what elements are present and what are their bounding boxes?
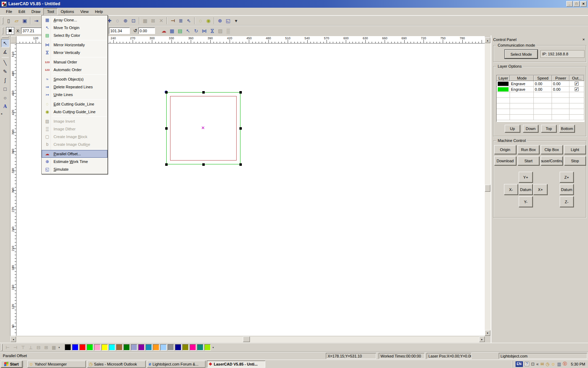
menu-item-select-by-color[interactable]: ▤Select By Color bbox=[42, 32, 107, 39]
palette-color-3[interactable] bbox=[87, 344, 93, 350]
parallel-offset-icon[interactable]: ☁ bbox=[160, 27, 168, 35]
minimize-button[interactable]: _ bbox=[566, 1, 573, 7]
import-icon[interactable]: ⇥ bbox=[32, 17, 40, 25]
palette-color-15[interactable] bbox=[175, 344, 181, 350]
palette-more-icon[interactable]: ▾ bbox=[212, 346, 214, 349]
jog-y-minus-button[interactable]: Y- bbox=[519, 196, 533, 207]
palette-color-13[interactable] bbox=[160, 344, 167, 350]
column-header[interactable]: Out... bbox=[569, 75, 584, 81]
jog-z-plus-button[interactable]: Z+ bbox=[560, 172, 574, 183]
palette-color-0[interactable] bbox=[65, 344, 71, 350]
zoom-in-icon[interactable]: ⊕ bbox=[121, 17, 130, 25]
mirror-vertical-icon[interactable]: ⋈ bbox=[208, 27, 216, 35]
scroll-down-icon[interactable]: ▾ bbox=[485, 330, 490, 336]
layer-output-cell[interactable]: ✓ bbox=[569, 81, 584, 87]
menu-item-array-clone[interactable]: ▦Array Clone... bbox=[42, 16, 107, 24]
menu-item-simulate[interactable]: ◱Simulate bbox=[42, 165, 107, 173]
palette-color-19[interactable] bbox=[204, 344, 211, 350]
simulate-icon[interactable]: ◱ bbox=[224, 17, 232, 25]
layer-speed[interactable]: 0.00 bbox=[534, 81, 552, 87]
selection-handle[interactable] bbox=[202, 163, 205, 166]
selection-handle[interactable] bbox=[239, 91, 242, 94]
task-browser[interactable]: eLightobject.com Forum &... bbox=[147, 361, 205, 368]
menu-item-mirror-horizontally[interactable]: ⋈Mirror Horizontally bbox=[42, 41, 107, 49]
help-tray-icon[interactable]: ? bbox=[525, 362, 530, 366]
vertical-scroll-thumb[interactable] bbox=[485, 185, 490, 192]
display-tray-icon[interactable]: ▥ bbox=[557, 362, 561, 367]
jog-datum-z-button[interactable]: Datum bbox=[560, 184, 574, 195]
jog-datum-xy-button[interactable]: Datum bbox=[519, 184, 533, 195]
palette-color-14[interactable] bbox=[168, 344, 174, 350]
task-yahoo-messenger[interactable]: ☺Yahoo! Messenger bbox=[27, 361, 86, 368]
light-button[interactable]: Light bbox=[564, 145, 586, 154]
messenger-tray-icon[interactable]: ☺ bbox=[551, 362, 555, 367]
array-clone-icon[interactable]: ▦ bbox=[168, 27, 176, 35]
horizontal-scrollbar[interactable]: ◂ ▸ bbox=[10, 336, 485, 342]
run-box-button[interactable]: Run Box bbox=[518, 145, 540, 154]
menu-item-manual-order[interactable]: 123Manual Order bbox=[42, 58, 107, 66]
antivirus-tray-icon[interactable]: Ⓥ bbox=[563, 361, 567, 367]
palette-color-6[interactable] bbox=[109, 344, 115, 350]
start-button[interactable]: Start bbox=[518, 156, 540, 165]
zoom-page-icon[interactable]: ⊡ bbox=[130, 17, 138, 25]
menu-options[interactable]: Options bbox=[58, 8, 77, 15]
rectangle-tool[interactable]: □ bbox=[1, 85, 9, 93]
mail-tray-icon[interactable]: ✉ bbox=[540, 362, 544, 367]
estimate-work-time-icon[interactable]: ⊕ bbox=[216, 17, 224, 25]
start-button[interactable]: Start bbox=[1, 361, 22, 368]
clock-tray-icon[interactable]: ◷ bbox=[546, 362, 549, 367]
menu-item-automatic-order[interactable]: 123Automatic Order bbox=[42, 66, 107, 74]
toolbar-collapse-icon[interactable]: ◂ bbox=[1, 112, 9, 115]
select-tool[interactable]: ↖ bbox=[1, 39, 9, 47]
restore-tray-icon[interactable]: ⊡ bbox=[531, 362, 534, 367]
menu-item-move-to-origin[interactable]: ↖Move To Origin bbox=[42, 24, 107, 32]
output-checkbox[interactable]: ✓ bbox=[575, 87, 579, 91]
column-header[interactable]: Speed bbox=[534, 75, 552, 81]
collapse-tray-icon[interactable]: « bbox=[536, 362, 539, 367]
menu-item-estimate-work-time[interactable]: ⊕Estimate Work Time bbox=[42, 158, 107, 165]
line-tool[interactable]: ╲ bbox=[1, 59, 9, 67]
toolbar-grip[interactable] bbox=[2, 36, 9, 38]
jog-x-minus-button[interactable]: X- bbox=[504, 184, 518, 195]
move-to-origin-icon[interactable]: ↖ bbox=[184, 27, 192, 35]
menu-draw[interactable]: Draw bbox=[28, 8, 44, 15]
order-list-icon[interactable]: ≣ bbox=[177, 17, 185, 25]
layer-down-button[interactable]: Down bbox=[523, 125, 538, 132]
zoom-window-icon[interactable]: ◌ bbox=[113, 17, 121, 25]
control-panel-close-icon[interactable]: ✕ bbox=[581, 37, 586, 42]
layer-bottom-button[interactable]: Bottom bbox=[559, 125, 575, 132]
selection-handle[interactable] bbox=[239, 127, 242, 130]
layer-row[interactable]: Engrave0.000.00✓ bbox=[497, 87, 584, 92]
save-icon[interactable]: ▣ bbox=[21, 17, 29, 25]
palette-color-10[interactable] bbox=[138, 344, 145, 350]
clip-box-button[interactable]: Clip Box bbox=[541, 145, 563, 154]
layer-speed[interactable]: 0.00 bbox=[534, 87, 552, 92]
menu-item-unite-lines[interactable]: ↣Unite Lines bbox=[42, 91, 107, 98]
angle-input[interactable] bbox=[138, 27, 155, 34]
menu-edit[interactable]: Edit bbox=[15, 8, 28, 15]
palette-color-17[interactable] bbox=[190, 344, 196, 350]
new-document-icon[interactable]: ▯ bbox=[5, 17, 13, 25]
select-mode-button[interactable]: Select Mode bbox=[505, 50, 538, 59]
origin-button[interactable]: Origin bbox=[494, 145, 516, 154]
column-header[interactable]: Mode bbox=[510, 75, 534, 81]
pen-tool[interactable]: ✎ bbox=[1, 67, 9, 76]
jog-x-plus-button[interactable]: X+ bbox=[533, 184, 547, 195]
tool-hammer-icon[interactable]: T bbox=[169, 16, 177, 25]
task-lasercad[interactable]: ❖LaserCAD V5.85 - Unti... bbox=[207, 361, 265, 368]
jog-y-plus-button[interactable]: Y+ bbox=[519, 172, 533, 183]
scroll-left-icon[interactable]: ◂ bbox=[10, 336, 16, 342]
mirror-horizontal-icon[interactable]: ⋈ bbox=[200, 27, 208, 35]
layer-table[interactable]: LayerModeSpeedPowerOut...Engrave0.000.00… bbox=[496, 75, 584, 122]
layer-mode[interactable]: Engrave bbox=[510, 87, 534, 92]
palette-color-9[interactable] bbox=[131, 344, 137, 350]
bezier-tool[interactable]: ʃ bbox=[1, 76, 9, 84]
language-indicator[interactable]: EN bbox=[516, 361, 523, 367]
node-edit-tool[interactable]: ∡ bbox=[1, 48, 9, 56]
layer-color-swatch[interactable] bbox=[497, 81, 510, 87]
stop-button[interactable]: Stop bbox=[564, 156, 586, 165]
height-input[interactable] bbox=[109, 27, 130, 34]
layer-color-swatch[interactable] bbox=[497, 87, 510, 92]
horizontal-scroll-thumb[interactable] bbox=[243, 336, 250, 342]
menu-item-auto-cutting-guide-line[interactable]: ◉Auto Cutting Guide_Line bbox=[42, 108, 107, 116]
